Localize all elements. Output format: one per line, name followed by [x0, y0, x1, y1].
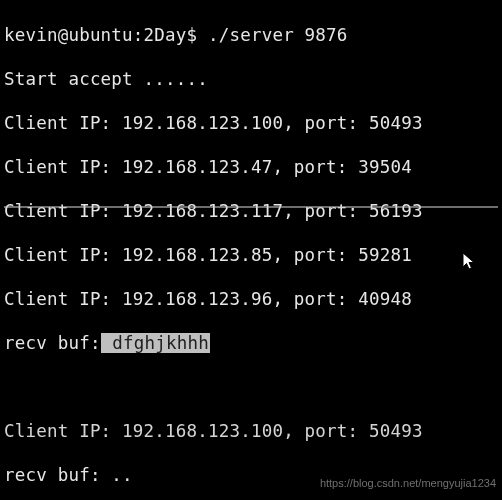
recv-label: recv buf: [4, 333, 101, 353]
prompt-path: :2Day$ [133, 25, 197, 45]
watermark-text: https://blog.csdn.net/mengyujia1234 [320, 472, 496, 494]
prompt-command: ./server 9876 [197, 25, 347, 45]
prompt-line: kevin@ubuntu:2Day$ ./server 9876 [4, 24, 498, 46]
output-line: Client IP: 192.168.123.100, port: 50493 [4, 112, 498, 134]
output-line: Client IP: 192.168.123.100, port: 50493 [4, 420, 498, 442]
output-line: Client IP: 192.168.123.47, port: 39504 [4, 156, 498, 178]
selected-text: dfghjkhhh [101, 333, 210, 353]
horizontal-artifact-line [4, 206, 498, 208]
output-line: recv buf: dfghjkhhh [4, 332, 498, 354]
output-blank [4, 376, 498, 398]
output-line: Client IP: 192.168.123.85, port: 59281 [4, 244, 498, 266]
output-line: Client IP: 192.168.123.117, port: 56193 [4, 200, 498, 222]
output-line: Start accept ...... [4, 68, 498, 90]
terminal-output[interactable]: kevin@ubuntu:2Day$ ./server 9876 Start a… [0, 0, 502, 498]
prompt-user-host: kevin@ubuntu [4, 25, 133, 45]
output-line: Client IP: 192.168.123.96, port: 40948 [4, 288, 498, 310]
